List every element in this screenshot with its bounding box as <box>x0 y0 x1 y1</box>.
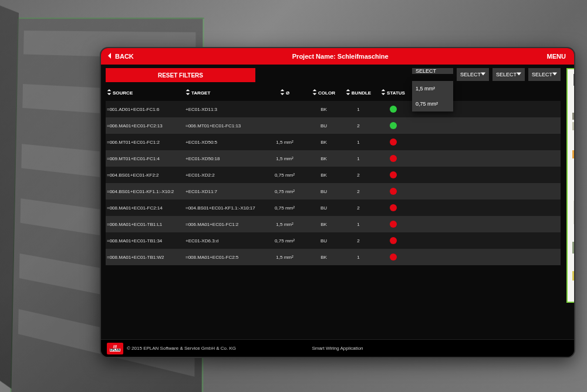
table-row[interactable]: =004.BS01+EC01-KF2:2+EC01-XD2:20,75 mm²B… <box>106 167 561 183</box>
svg-marker-7 <box>107 89 112 91</box>
cell-bundle: 2 <box>342 238 375 244</box>
cell-color: BU <box>308 238 340 244</box>
svg-marker-13 <box>313 89 317 91</box>
cell-color: BK <box>308 107 340 112</box>
svg-marker-12 <box>281 93 285 95</box>
cell-status <box>377 204 409 211</box>
cell-target: +EC01-XD50:5 <box>185 140 262 145</box>
sort-icon <box>107 89 112 96</box>
cell-source: =006.MA01+EC01-TB1:L1 <box>107 222 183 227</box>
cell-status <box>377 188 409 195</box>
svg-marker-5 <box>517 73 521 76</box>
status-indicator-icon <box>390 188 397 195</box>
cell-status <box>377 221 409 228</box>
column-diameter[interactable]: Ø <box>264 89 305 96</box>
cell-target: =006.MT01+EC01-FC1:13 <box>185 123 262 129</box>
cell-bundle: 1 <box>342 140 375 145</box>
svg-marker-0 <box>108 53 111 59</box>
table-row[interactable]: =006.MA01+EC01-FC2:13=006.MT01+EC01-FC1:… <box>106 117 561 134</box>
table-row[interactable]: =004.BS01+EC01-KF1.1:-X10:2+EC01-XD11:70… <box>106 183 561 200</box>
column-target[interactable]: TARGET <box>185 89 262 96</box>
cell-target: +EC01-XD2:2 <box>185 173 262 178</box>
table-row[interactable]: =008.MA01+EC01-TB1:34+EC01-XD6.3:d0,75 m… <box>106 232 561 249</box>
menu-label: MENU <box>547 53 566 60</box>
svg-marker-17 <box>382 89 386 91</box>
cell-diameter: 0,75 mm² <box>264 173 305 178</box>
page-title: Project Name: Schleifmaschine <box>292 53 389 60</box>
cell-diameter: 1,5 mm² <box>264 156 305 161</box>
cell-source: =001.AD01+EC01-FC1:6 <box>107 107 183 112</box>
app-name: Smart Wiring Application <box>312 346 363 351</box>
sort-icon <box>346 89 350 96</box>
cell-status <box>377 106 409 113</box>
cell-bundle: 2 <box>342 189 375 194</box>
dropdown-option[interactable]: 0,75 mm² <box>412 96 453 111</box>
top-bar: BACK Project Name: Schleifmaschine MENU <box>101 48 574 65</box>
menu-button[interactable]: MENU <box>547 53 568 60</box>
table-row[interactable]: =008.MA01+EC01-TB1:W2=008.MA01+EC01-FC2:… <box>106 249 561 265</box>
svg-marker-4 <box>481 73 485 76</box>
cell-status <box>377 254 409 261</box>
cell-bundle: 2 <box>342 173 375 178</box>
cell-status <box>377 171 409 178</box>
back-label: BACK <box>115 53 134 60</box>
cell-target: +EC01-XD50:18 <box>185 156 262 161</box>
cell-bundle: 1 <box>342 222 375 227</box>
svg-marker-16 <box>346 93 350 95</box>
cell-source: =008.MA01+EC01-FC2:14 <box>107 205 183 211</box>
table-row[interactable]: =006.MA01+EC01-TB1:L1=006.MA01+EC01-FC1:… <box>106 216 561 232</box>
svg-marker-10 <box>186 93 190 95</box>
column-color[interactable]: COLOR <box>308 89 340 96</box>
svg-marker-11 <box>281 89 285 91</box>
table-row[interactable]: =008.MA01+EC01-FC2:14=004.BS01+EC01-KF1.… <box>106 200 561 216</box>
table-row[interactable]: =006.MT01+EC01-FC1:2+EC01-XD50:51,5 mm²B… <box>106 134 561 150</box>
cell-color: BU <box>308 189 340 194</box>
cell-source: =004.BS01+EC01-KF2:2 <box>107 173 183 178</box>
cell-diameter: 0,75 mm² <box>264 205 305 211</box>
cell-source: =006.MA01+EC01-FC2:13 <box>107 123 183 129</box>
column-bundle[interactable]: BUNDLE <box>342 89 375 96</box>
cell-target: +EC01-XD11:7 <box>185 189 262 194</box>
filter-status-select[interactable]: SELECT <box>528 68 561 81</box>
status-indicator-icon <box>390 237 397 244</box>
cell-color: BK <box>308 222 340 227</box>
table-header: SOURCE TARGET Ø COLOR <box>106 85 561 101</box>
status-indicator-icon <box>390 138 397 146</box>
cell-bundle: 2 <box>342 123 375 129</box>
cell-target: =004.BS01+EC01-KF1.1:-X10:17 <box>185 205 262 211</box>
cell-bundle: 2 <box>342 205 375 211</box>
cell-status <box>377 122 409 129</box>
cell-target: +EC01-XD6.3:d <box>185 238 262 244</box>
reset-filters-button[interactable]: RESET FILTERS <box>106 68 255 82</box>
chevron-down-icon <box>517 72 521 77</box>
table-row[interactable]: =009.MT01+EC01-FC1:4+EC01-XD50:181,5 mm²… <box>106 150 561 167</box>
eplan-logo-icon: /// EPLAN <box>107 343 123 354</box>
cell-diameter: 0,75 mm² <box>264 238 305 244</box>
svg-marker-9 <box>186 89 190 91</box>
status-indicator-icon <box>390 254 397 261</box>
filter-bundle-select[interactable]: SELECT <box>492 68 525 81</box>
filters-row: RESET FILTERS SELECT 1,5 mm² 0,75 mm² SE… <box>106 68 561 82</box>
cell-bundle: 1 <box>342 156 375 161</box>
cabinet-preview[interactable] <box>566 68 575 303</box>
status-indicator-icon <box>390 122 397 129</box>
cell-source: =008.MA01+EC01-TB1:34 <box>107 238 183 244</box>
footer-logo: /// EPLAN © 2015 EPLAN Software & Servic… <box>107 343 236 354</box>
cell-source: =006.MT01+EC01-FC1:2 <box>107 140 183 145</box>
cell-color: BU <box>308 123 340 129</box>
svg-marker-8 <box>107 93 112 95</box>
status-indicator-icon <box>390 204 397 211</box>
chevron-down-icon <box>481 72 485 77</box>
back-button[interactable]: BACK <box>107 53 134 60</box>
filter-color-select[interactable]: SELECT <box>457 68 489 81</box>
footer-bar: /// EPLAN © 2015 EPLAN Software & Servic… <box>101 339 574 357</box>
cell-bundle: 1 <box>342 107 375 112</box>
chevron-left-icon <box>107 53 113 60</box>
column-source[interactable]: SOURCE <box>107 89 183 96</box>
table-row[interactable]: =001.AD01+EC01-FC1:6+EC01-XD11:3BK1 <box>106 101 561 117</box>
column-status[interactable]: STATUS <box>377 89 409 96</box>
cell-source: =004.BS01+EC01-KF1.1:-X10:2 <box>107 189 183 194</box>
filter-diameter-select[interactable]: SELECT <box>412 68 453 74</box>
chevron-down-icon <box>552 72 557 77</box>
dropdown-option[interactable]: 1,5 mm² <box>412 81 453 96</box>
